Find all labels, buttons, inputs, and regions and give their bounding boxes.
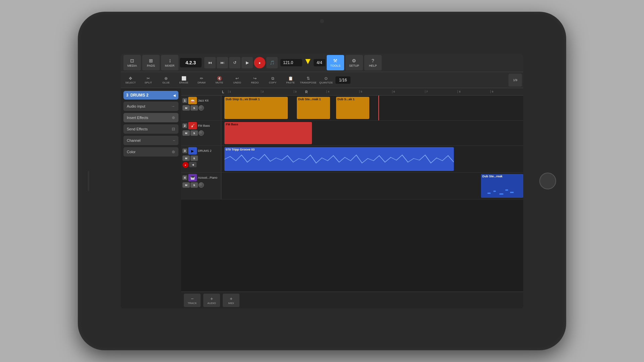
svg-rect-0 <box>487 192 490 194</box>
clip-1-1[interactable]: Dub Step G...ve Break 1 <box>224 97 288 119</box>
track-instrument-3[interactable]: ▶ <box>188 147 197 155</box>
mute-button[interactable]: 🔇 MUTE <box>211 73 228 87</box>
main-area: 3 DRUMS 2 ◀ Audio input → Insert Effects… <box>121 88 523 308</box>
send-effects-icon: ⊟ <box>172 127 175 131</box>
split-button[interactable]: ✂ SPLIT <box>140 73 157 87</box>
clip-1-2[interactable]: Dub Ste...reak 1 <box>297 97 330 119</box>
quantize-value-display[interactable]: 1/16 <box>335 76 351 84</box>
paste-button[interactable]: 📋 PASTE <box>282 73 299 87</box>
insert-effects-item[interactable]: Insert Effects ⊕ <box>123 113 178 122</box>
mute-label: MUTE <box>216 81 223 84</box>
knob-4[interactable] <box>199 182 204 188</box>
gear-icon: ⚙ <box>352 58 356 63</box>
svg-rect-2 <box>499 193 503 195</box>
record-button[interactable]: ● <box>254 57 265 68</box>
undo-button[interactable]: ↩ UNDO <box>229 73 246 87</box>
select-icon: ✥ <box>129 76 132 81</box>
color-item[interactable]: Color ⊛ <box>123 147 178 157</box>
add-audio-button[interactable]: + AUDIO <box>203 294 220 307</box>
tools-label: TOOLS <box>330 64 340 67</box>
clip-2-1[interactable]: FM Bass <box>224 122 312 144</box>
select-label: SELECT <box>125 81 136 84</box>
ruler-mark-8: 8 <box>458 90 490 93</box>
tracks-container: L R 1 2 3 4 5 6 7 8 9 <box>181 88 523 292</box>
selected-track-header[interactable]: 3 DRUMS 2 ◀ <box>123 91 178 100</box>
track-row-1: 1 🥁 Jazz Kit M S <box>181 96 523 121</box>
glue-button[interactable]: ⊕ GLUE <box>158 73 174 87</box>
color-icon: ⊛ <box>172 149 175 154</box>
channel-item[interactable]: Channel − <box>123 136 178 145</box>
clip-1-3[interactable]: Dub S...ak 1 <box>336 97 369 119</box>
media-label: MEDIA <box>127 64 137 67</box>
tools-button[interactable]: ⚒ TOOLS <box>327 55 344 70</box>
quantize-button[interactable]: ⊙ QUANTIZE <box>318 73 334 87</box>
loop-button[interactable]: ↺ <box>229 57 240 68</box>
clip-2-1-label: FM Bass <box>226 123 238 126</box>
mute-btn-4[interactable]: M <box>182 182 190 188</box>
track-clips-1: Dub Step G...ve Break 1 Dub Ste...reak 1… <box>221 96 523 120</box>
home-button[interactable] <box>539 173 556 189</box>
mixer-label: MIXER <box>165 64 175 67</box>
solo-btn-1[interactable]: S <box>191 105 198 111</box>
copy-button[interactable]: ⧉ COPY <box>264 73 281 87</box>
track-num-4: 4 <box>182 175 187 180</box>
track-instrument-4[interactable]: 🎹 <box>188 174 197 181</box>
redo-button[interactable]: ↪ REDO <box>247 73 263 87</box>
knob-2[interactable] <box>199 130 204 136</box>
track-controls-2: 2 🎸 FM Bass M S <box>181 121 221 145</box>
camera <box>320 19 324 23</box>
add-midi-button[interactable]: + MIDI <box>223 294 239 307</box>
select-button[interactable]: ✥ SELECT <box>122 73 139 87</box>
track-instrument-2[interactable]: 🎸 <box>188 122 197 129</box>
erase-button[interactable]: ⬜ ERASE <box>175 73 192 87</box>
time-sig-display[interactable]: 4/4 <box>314 59 325 66</box>
grid-button[interactable]: 1/9 <box>508 74 522 86</box>
mixer-button[interactable]: ⫶ MIXER <box>161 55 178 70</box>
position-display[interactable]: 4.2.3 <box>180 58 202 67</box>
mixer-icon: ⫶ <box>169 58 171 63</box>
fold-button[interactable]: ◀ <box>173 94 176 97</box>
solo-btn-3[interactable]: S <box>191 156 198 161</box>
help-button[interactable]: ? HELP <box>364 55 382 70</box>
bpm-display[interactable]: 121.0 <box>280 59 302 66</box>
solo-btn-4[interactable]: S <box>191 182 198 188</box>
media-icon: ⊡ <box>130 58 134 63</box>
audio-input-item[interactable]: Audio input → <box>123 102 178 111</box>
track-instrument-1[interactable]: 🥁 <box>188 97 197 104</box>
send-effects-item[interactable]: Send Effects ⊟ <box>123 124 178 134</box>
fast-forward-button[interactable]: ⏭ <box>217 57 228 68</box>
paste-icon: 📋 <box>288 76 293 81</box>
monitor-btn-3[interactable]: ◀ <box>189 162 197 167</box>
add-track-button[interactable]: − TRACK <box>184 294 201 307</box>
record-arm-btn-3[interactable]: ● <box>182 162 189 168</box>
tablet-screen: ⊡ MEDIA ⊞ PADS ⫶ MIXER 4.2.3 ⏮ ⏭ ↺ ▶ ● 🎵… <box>121 54 523 308</box>
toolbar-second: ✥ SELECT ✂ SPLIT ⊕ GLUE ⬜ ERASE ✏ DRAW 🔇 <box>121 72 523 88</box>
erase-icon: ⬜ <box>181 76 186 81</box>
transpose-button[interactable]: ⇅ TRANSPOSE <box>300 73 317 87</box>
pads-button[interactable]: ⊞ PADS <box>142 55 160 70</box>
clip-1-3-label: Dub S...ak 1 <box>337 98 355 101</box>
setup-button[interactable]: ⚙ SETUP <box>345 55 363 70</box>
mute-btn-1[interactable]: M <box>182 105 190 111</box>
svg-rect-1 <box>493 190 496 192</box>
quantize-icon: ⊙ <box>324 76 328 81</box>
play-button[interactable]: ▶ <box>241 57 253 68</box>
copy-icon: ⧉ <box>271 76 274 81</box>
knob-1[interactable] <box>199 105 204 111</box>
mute-btn-2[interactable]: M <box>182 130 190 136</box>
pads-label: PADS <box>147 64 155 67</box>
rewind-button[interactable]: ⏮ <box>204 57 216 68</box>
mute-btn-3[interactable]: M <box>182 156 190 161</box>
volume-button <box>88 171 89 191</box>
undo-label: UNDO <box>233 81 241 84</box>
media-button[interactable]: ⊡ MEDIA <box>123 55 141 70</box>
solo-btn-2[interactable]: S <box>191 130 198 136</box>
clip-3-1[interactable]: 070 Tripp Groove 03 <box>224 147 454 171</box>
draw-button[interactable]: ✏ DRAW <box>193 73 210 87</box>
metronome-button[interactable]: 🎵 <box>266 57 278 68</box>
audio-add-label: AUDIO <box>207 302 216 305</box>
quantize-label: QUANTIZE <box>319 81 333 84</box>
clip-4-1[interactable]: Dub Ste...reak <box>481 174 523 198</box>
selected-track-name: DRUMS 2 <box>130 93 171 98</box>
track-num-3: 3 <box>182 148 187 153</box>
